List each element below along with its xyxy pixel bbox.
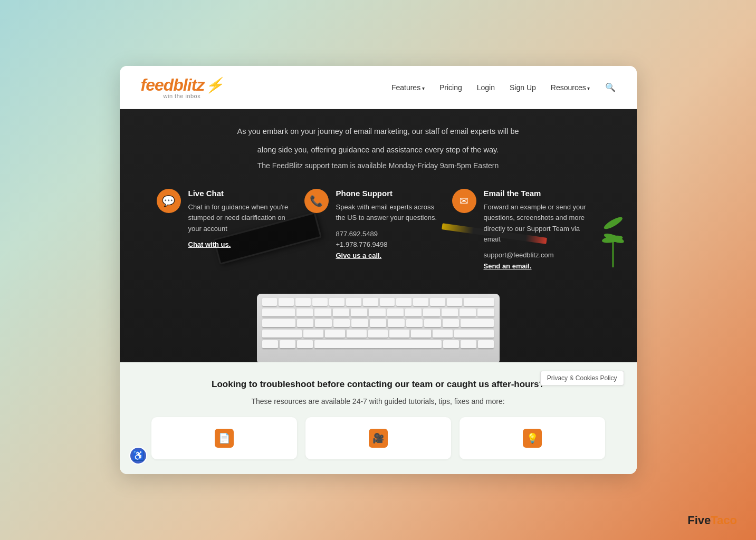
hero-subtitle-2: along side you, offering guidance and as…	[151, 143, 605, 157]
phone-desc: Speak with email experts across the US t…	[336, 202, 442, 223]
logo: feedblitz⚡ win the inbox	[141, 75, 224, 99]
email-title: Email the Team	[484, 189, 589, 198]
phone-number-1: 877.692.5489	[336, 229, 442, 240]
accessibility-button[interactable]: ♿	[129, 447, 147, 465]
navbar: feedblitz⚡ win the inbox Features Pricin…	[120, 66, 637, 109]
phone-link[interactable]: Give us a call.	[336, 252, 382, 259]
lower-section: Privacy & Cookies Policy Looking to trou…	[120, 362, 637, 474]
nav-signup[interactable]: Sign Up	[510, 83, 536, 92]
fivetaco-brand: FiveFiveTacoTaco	[687, 514, 737, 527]
phone-title: Phone Support	[336, 189, 442, 198]
resource-card-1[interactable]: 📄	[151, 417, 297, 459]
support-card-livechat: 💬 Live Chat Chat in for guidance when yo…	[157, 189, 304, 286]
main-container: feedblitz⚡ win the inbox Features Pricin…	[120, 66, 637, 474]
logo-tagline: win the inbox	[164, 93, 201, 99]
logo-name: feedblitz	[141, 75, 205, 95]
troubleshoot-title: Looking to troubleshoot before contactin…	[151, 379, 605, 390]
resource-card-2[interactable]: 🎥	[305, 417, 451, 459]
phone-body: Phone Support Speak with email experts a…	[336, 189, 442, 270]
resources-subtitle: These resources are available 24-7 with …	[151, 397, 605, 406]
hero-availability: The FeedBlitz support team is available …	[151, 161, 605, 170]
phone-number-2: +1.978.776.9498	[336, 239, 442, 250]
livechat-title: Live Chat	[188, 189, 294, 198]
resource-cards: 📄 🎥 💡	[151, 417, 605, 459]
support-card-phone: 📞 Phone Support Speak with email experts…	[304, 189, 452, 286]
hero-section: As you embark on your journey of email m…	[120, 109, 637, 362]
hero-subtitle-1: As you embark on your journey of email m…	[151, 125, 605, 138]
nav-resources[interactable]: Resources	[551, 83, 590, 92]
hero-content: As you embark on your journey of email m…	[120, 109, 637, 302]
resource-icon-3: 💡	[523, 429, 542, 448]
support-card-email: ✉ Email the Team Forward an example or s…	[452, 189, 600, 286]
email-desc: Forward an example or send your question…	[484, 202, 589, 245]
nav-pricing[interactable]: Pricing	[439, 83, 462, 92]
support-email: support@feedblitz.com	[484, 250, 589, 261]
fivetaco-five: Five	[687, 514, 711, 527]
search-icon[interactable]: 🔍	[605, 82, 616, 92]
email-link[interactable]: Send an email.	[484, 262, 532, 270]
resource-card-3[interactable]: 💡	[460, 417, 605, 459]
accessibility-icon: ♿	[132, 450, 144, 461]
resource-icon-1: 📄	[215, 429, 234, 448]
nav-links: Features Pricing Login Sign Up Resources…	[391, 82, 616, 92]
livechat-body: Live Chat Chat in for guidance when you'…	[188, 189, 294, 270]
email-body: Email the Team Forward an example or sen…	[484, 189, 589, 270]
phone-icon: 📞	[304, 189, 329, 213]
livechat-desc: Chat in for guidance when you're stumped…	[188, 202, 294, 234]
privacy-cookies-button[interactable]: Privacy & Cookies Policy	[540, 371, 624, 385]
resource-icon-2: 🎥	[369, 429, 388, 448]
livechat-icon: 💬	[157, 189, 181, 213]
nav-login[interactable]: Login	[477, 83, 495, 92]
nav-features[interactable]: Features	[391, 83, 425, 92]
support-cards: 💬 Live Chat Chat in for guidance when yo…	[151, 189, 605, 286]
logo-bolt: ⚡	[205, 76, 223, 94]
logo-text: feedblitz⚡	[141, 75, 224, 95]
livechat-link[interactable]: Chat with us.	[188, 240, 231, 248]
email-icon: ✉	[452, 189, 476, 213]
